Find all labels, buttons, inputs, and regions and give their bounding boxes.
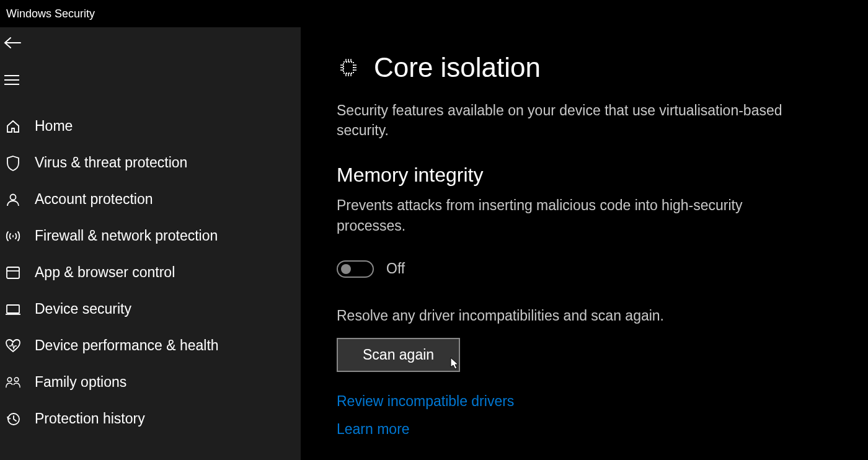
sidebar-item-device-security[interactable]: Device security <box>0 291 301 327</box>
hamburger-button[interactable] <box>0 64 31 95</box>
device-icon <box>5 301 21 317</box>
svg-point-9 <box>14 378 19 382</box>
sidebar-item-label: Firewall & network protection <box>35 228 218 244</box>
scan-again-button[interactable]: Scan again <box>337 338 460 372</box>
browser-icon <box>5 265 21 281</box>
core-isolation-icon <box>337 56 360 79</box>
health-icon <box>5 338 21 354</box>
family-icon <box>5 374 21 391</box>
main-content: Core isolation Security features availab… <box>301 27 868 460</box>
sidebar-item-label: Protection history <box>35 410 145 427</box>
sidebar-item-account[interactable]: Account protection <box>0 181 301 218</box>
svg-rect-11 <box>343 62 353 73</box>
hamburger-icon <box>4 74 19 86</box>
sidebar-item-label: Home <box>35 118 73 135</box>
account-icon <box>5 192 21 208</box>
app-title: Windows Security <box>6 7 95 20</box>
sidebar-item-family[interactable]: Family options <box>0 364 301 400</box>
sidebar-item-virus[interactable]: Virus & threat protection <box>0 144 301 181</box>
firewall-icon <box>5 228 21 244</box>
sidebar-item-label: App & browser control <box>35 264 175 281</box>
sidebar-item-history[interactable]: Protection history <box>0 400 301 437</box>
memory-integrity-toggle[interactable] <box>337 260 374 278</box>
svg-rect-4 <box>7 267 19 278</box>
sidebar-item-firewall[interactable]: Firewall & network protection <box>0 218 301 254</box>
svg-point-8 <box>7 378 12 382</box>
sidebar-item-label: Family options <box>35 374 126 391</box>
history-icon <box>5 411 21 427</box>
shield-icon <box>5 155 21 171</box>
home-icon <box>5 118 21 135</box>
svg-rect-6 <box>7 305 19 313</box>
page-description: Security features available on your devi… <box>337 100 814 140</box>
page-title: Core isolation <box>374 52 541 83</box>
svg-point-3 <box>11 194 16 200</box>
sidebar-item-label: Device performance & health <box>35 337 219 354</box>
back-arrow-icon <box>3 36 22 50</box>
section-description: Prevents attacks from inserting maliciou… <box>337 195 783 235</box>
toggle-knob <box>341 264 351 274</box>
sidebar-item-label: Account protection <box>35 191 153 208</box>
section-title: Memory integrity <box>337 164 832 187</box>
review-drivers-link[interactable]: Review incompatible drivers <box>337 393 832 410</box>
title-bar: Windows Security <box>0 0 868 27</box>
sidebar-item-performance[interactable]: Device performance & health <box>0 327 301 364</box>
back-button[interactable] <box>0 27 31 58</box>
sidebar-item-home[interactable]: Home <box>0 108 301 144</box>
resolve-text: Resolve any driver incompatibilities and… <box>337 307 832 324</box>
sidebar-item-app-browser[interactable]: App & browser control <box>0 254 301 291</box>
sidebar-item-label: Device security <box>35 301 131 317</box>
learn-more-link[interactable]: Learn more <box>337 421 832 438</box>
sidebar: Home Virus & threat protection Account p… <box>0 27 301 460</box>
toggle-state-label: Off <box>386 260 405 277</box>
sidebar-item-label: Virus & threat protection <box>35 154 187 171</box>
